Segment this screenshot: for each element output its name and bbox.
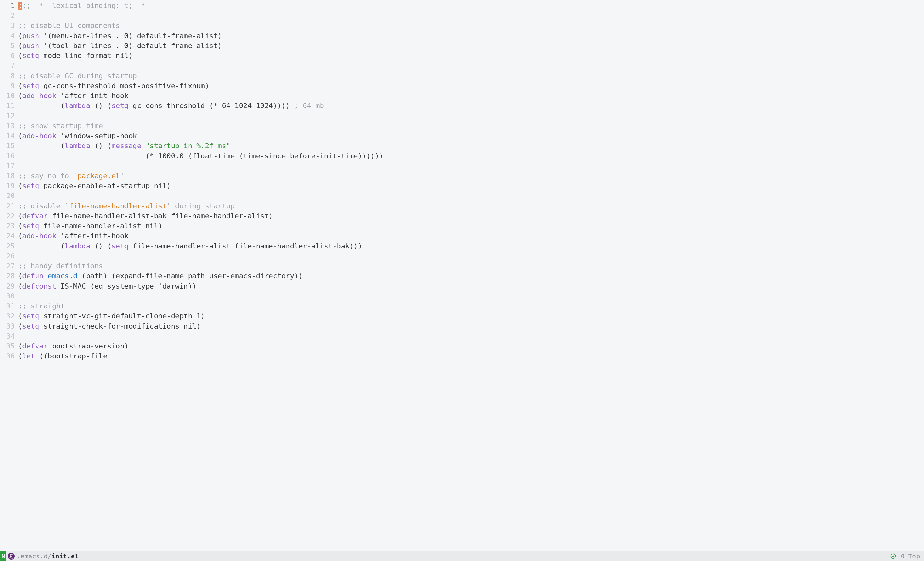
line-number: 3 <box>0 21 18 30</box>
code-line[interactable]: 35(defvar bootstrap-version) <box>0 341 924 351</box>
line-number: 9 <box>0 81 18 91</box>
line-content[interactable] <box>18 191 924 200</box>
code-line[interactable]: 28(defun emacs.d (path) (expand-file-nam… <box>0 271 924 281</box>
line-content[interactable]: (add-hook 'window-setup-hook <box>18 131 924 141</box>
token-paren: ( <box>18 82 22 90</box>
code-line[interactable]: 33(setq straight-check-for-modifications… <box>0 321 924 331</box>
code-line[interactable]: 23(setq file-name-handler-alist nil) <box>0 221 924 231</box>
code-line[interactable]: 26 <box>0 251 924 261</box>
token-paren: ( <box>18 322 22 330</box>
token-paren: ( <box>18 182 22 190</box>
code-line[interactable]: 10(add-hook 'after-init-hook <box>0 91 924 101</box>
line-content[interactable] <box>18 161 924 171</box>
token-plain: () ( <box>90 102 111 110</box>
code-area[interactable]: 1;;; -*- lexical-binding: t; -*-2 3;; di… <box>0 0 924 551</box>
line-content[interactable]: (defun emacs.d (path) (expand-file-name … <box>18 271 924 281</box>
token-plain: (* 1000.0 (float-time (time-since before… <box>18 152 383 160</box>
token-str: "startup in %.2f ms" <box>146 142 230 150</box>
line-content[interactable]: (add-hook 'after-init-hook <box>18 231 924 241</box>
line-content[interactable]: (lambda () (setq gc-cons-threshold (* 64… <box>18 101 924 111</box>
code-line[interactable]: 7 <box>0 61 924 70</box>
code-line[interactable]: 24(add-hook 'after-init-hook <box>0 231 924 241</box>
line-content[interactable]: (setq mode-line-format nil) <box>18 51 924 61</box>
line-content[interactable] <box>18 331 924 341</box>
token-kw: lambda <box>65 102 90 110</box>
line-content[interactable]: ;; disable GC during startup <box>18 71 924 81</box>
code-line[interactable]: 21;; disable `file-name-handler-alist' d… <box>0 201 924 211</box>
line-content[interactable]: (setq straight-check-for-modifications n… <box>18 321 924 331</box>
code-line[interactable]: 36(let ((bootstrap-file <box>0 351 924 361</box>
line-content[interactable] <box>18 251 924 261</box>
code-line[interactable]: 25 (lambda () (setq file-name-handler-al… <box>0 241 924 251</box>
line-content[interactable]: (defvar bootstrap-version) <box>18 341 924 351</box>
code-line[interactable]: 31;; straight <box>0 301 924 311</box>
token-cm: ;; disable UI components <box>18 21 120 30</box>
code-line[interactable]: 12 <box>0 111 924 121</box>
line-number: 13 <box>0 121 18 131</box>
token-cm: ;; -*- lexical-binding: t; -*- <box>22 1 150 10</box>
line-content[interactable]: ;; straight <box>18 301 924 311</box>
code-line[interactable]: 5(push '(tool-bar-lines . 0) default-fra… <box>0 41 924 51</box>
code-line[interactable]: 18;; say no to `package.el' <box>0 171 924 181</box>
token-paren: ( <box>18 32 22 40</box>
line-number: 4 <box>0 31 18 41</box>
line-content[interactable] <box>18 111 924 121</box>
line-content[interactable]: (add-hook 'after-init-hook <box>18 91 924 101</box>
line-content[interactable]: (defconst IS-MAC (eq system-type 'darwin… <box>18 281 924 291</box>
line-content[interactable]: (setq straight-vc-git-default-clone-dept… <box>18 311 924 321</box>
token-plain: file-name-handler-alist-bak file-name-ha… <box>48 212 273 220</box>
line-content[interactable]: (let ((bootstrap-file <box>18 351 924 361</box>
code-line[interactable]: 11 (lambda () (setq gc-cons-threshold (*… <box>0 101 924 111</box>
line-number: 25 <box>0 241 18 251</box>
line-content[interactable]: (lambda () (message "startup in %.2f ms" <box>18 141 924 151</box>
line-content[interactable]: ;; disable UI components <box>18 21 924 30</box>
line-content[interactable]: (push '(menu-bar-lines . 0) default-fram… <box>18 31 924 41</box>
code-line[interactable]: 8;; disable GC during startup <box>0 71 924 81</box>
line-content[interactable]: (setq gc-cons-threshold most-positive-fi… <box>18 81 924 91</box>
code-line[interactable]: 6(setq mode-line-format nil) <box>0 51 924 61</box>
line-content[interactable]: (setq package-enable-at-startup nil) <box>18 181 924 191</box>
token-quoted: package.el <box>77 172 120 180</box>
token-plain: bootstrap-version) <box>48 342 129 350</box>
line-number: 36 <box>0 351 18 361</box>
code-line[interactable]: 14(add-hook 'window-setup-hook <box>0 131 924 141</box>
code-line[interactable]: 3;; disable UI components <box>0 21 924 30</box>
line-content[interactable]: (push '(tool-bar-lines . 0) default-fram… <box>18 41 924 51</box>
buffer-path: .emacs.d/ <box>16 552 51 561</box>
line-content[interactable]: ;; disable `file-name-handler-alist' dur… <box>18 201 924 211</box>
code-line[interactable]: 32(setq straight-vc-git-default-clone-de… <box>0 311 924 321</box>
code-line[interactable]: 4(push '(menu-bar-lines . 0) default-fra… <box>0 31 924 41</box>
code-line[interactable]: 15 (lambda () (message "startup in %.2f … <box>0 141 924 151</box>
code-line[interactable]: 19(setq package-enable-at-startup nil) <box>0 181 924 191</box>
code-line[interactable]: 22(defvar file-name-handler-alist-bak fi… <box>0 211 924 221</box>
line-content[interactable]: ;;; -*- lexical-binding: t; -*- <box>18 1 924 10</box>
line-content[interactable]: (* 1000.0 (float-time (time-since before… <box>18 151 924 161</box>
token-cm: ;; disable ` <box>18 202 69 210</box>
scroll-position-indicator: Top <box>908 552 920 561</box>
code-line[interactable]: 30 <box>0 291 924 301</box>
code-line[interactable]: 9(setq gc-cons-threshold most-positive-f… <box>0 81 924 91</box>
line-number: 23 <box>0 221 18 231</box>
line-content[interactable] <box>18 291 924 301</box>
line-number: 18 <box>0 171 18 181</box>
code-line[interactable]: 16 (* 1000.0 (float-time (time-since bef… <box>0 151 924 161</box>
code-line[interactable]: 29(defconst IS-MAC (eq system-type 'darw… <box>0 281 924 291</box>
code-line[interactable]: 2 <box>0 10 924 21</box>
line-content[interactable] <box>18 61 924 70</box>
token-plain <box>141 142 146 150</box>
line-content[interactable] <box>18 10 924 21</box>
line-content[interactable]: (defvar file-name-handler-alist-bak file… <box>18 211 924 221</box>
line-content[interactable]: (lambda () (setq file-name-handler-alist… <box>18 241 924 251</box>
line-content[interactable]: ;; show startup time <box>18 121 924 131</box>
code-line[interactable]: 13;; show startup time <box>0 121 924 131</box>
token-cm: ;; straight <box>18 302 65 310</box>
code-line[interactable]: 17 <box>0 161 924 171</box>
line-number: 17 <box>0 161 18 171</box>
code-line[interactable]: 34 <box>0 331 924 341</box>
line-content[interactable]: ;; handy definitions <box>18 261 924 271</box>
code-line[interactable]: 1;;; -*- lexical-binding: t; -*- <box>0 1 924 10</box>
code-line[interactable]: 27;; handy definitions <box>0 261 924 271</box>
line-content[interactable]: (setq file-name-handler-alist nil) <box>18 221 924 231</box>
code-line[interactable]: 20 <box>0 191 924 200</box>
line-content[interactable]: ;; say no to `package.el' <box>18 171 924 181</box>
